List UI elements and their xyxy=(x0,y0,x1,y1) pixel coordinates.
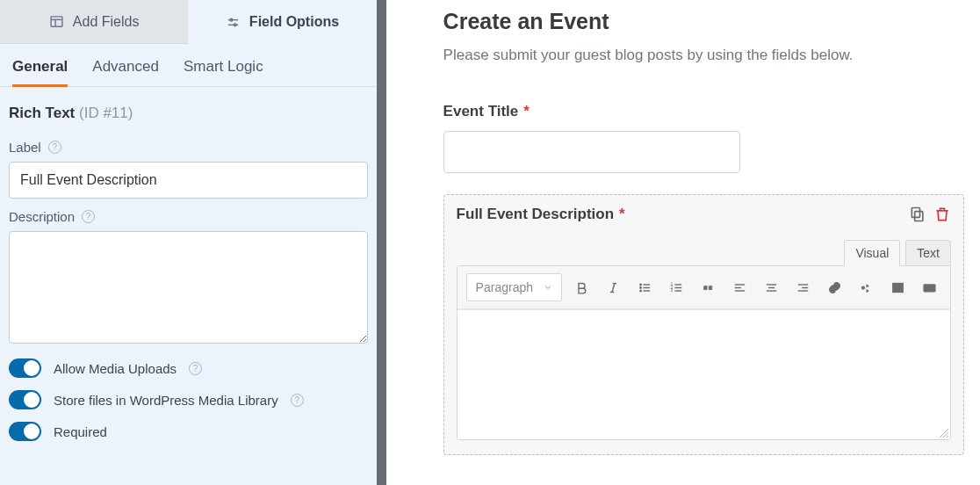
form-preview: Create an Event Please submit your guest… xyxy=(443,0,980,485)
align-center-icon[interactable] xyxy=(759,275,783,300)
rich-text-header: Full Event Description * xyxy=(457,206,951,223)
align-left-icon[interactable] xyxy=(727,275,752,300)
rich-text-field[interactable]: Full Event Description * Visual Text xyxy=(443,194,964,455)
page-title: Create an Event xyxy=(443,9,964,34)
toggle-store-files-row: Store files in WordPress Media Library ? xyxy=(0,378,377,409)
paragraph-dropdown[interactable]: Paragraph xyxy=(466,273,562,301)
event-title-label: Event Title xyxy=(443,103,519,120)
sidebar-main-tabs: Add Fields Field Options xyxy=(0,0,377,44)
link-icon[interactable] xyxy=(822,275,847,300)
toggle-store-files[interactable] xyxy=(9,390,41,409)
help-icon[interactable]: ? xyxy=(82,210,95,223)
ol-icon[interactable]: 123 xyxy=(664,275,688,300)
editor-tab-visual[interactable]: Visual xyxy=(844,240,900,266)
quote-icon[interactable] xyxy=(695,275,720,300)
page-icon[interactable] xyxy=(885,275,910,300)
editor-box: Paragraph 123 xyxy=(457,265,951,440)
layout-icon xyxy=(49,14,64,29)
event-title-label-row: Event Title * xyxy=(443,103,964,120)
field-type-label: Rich Text xyxy=(9,105,75,121)
ul-icon[interactable] xyxy=(632,275,657,300)
required-asterisk: * xyxy=(523,103,530,120)
field-title-row: Rich Text (ID #11) xyxy=(0,87,377,129)
toggle-required-label: Required xyxy=(54,424,107,439)
subtab-advanced[interactable]: Advanced xyxy=(92,58,159,87)
subtab-smart-logic[interactable]: Smart Logic xyxy=(184,58,263,87)
svg-rect-8 xyxy=(912,208,919,218)
subtab-general[interactable]: General xyxy=(12,58,68,87)
italic-icon[interactable] xyxy=(601,275,625,300)
chevron-down-icon xyxy=(544,283,552,292)
svg-point-14 xyxy=(639,286,640,287)
svg-point-33 xyxy=(861,286,864,289)
sidebar-subtabs: General Advanced Smart Logic xyxy=(0,44,377,87)
label-input[interactable] xyxy=(9,162,368,199)
toggle-allow-media[interactable] xyxy=(9,358,41,378)
panel-divider[interactable] xyxy=(377,0,387,485)
editor-tabs: Visual Text xyxy=(457,239,951,265)
bold-icon[interactable] xyxy=(569,275,594,300)
label-label-row: Label ? xyxy=(9,140,368,155)
toggle-required[interactable] xyxy=(9,422,41,441)
svg-rect-0 xyxy=(51,17,62,26)
rich-text-label: Full Event Description xyxy=(457,206,614,223)
description-label-row: Description ? xyxy=(9,209,368,224)
label-text: Label xyxy=(9,140,41,155)
sidebar: Add Fields Field Options General Advance… xyxy=(0,0,377,485)
event-title-field: Event Title * xyxy=(443,103,964,173)
svg-point-12 xyxy=(639,284,640,285)
help-icon[interactable]: ? xyxy=(189,362,202,375)
description-text: Description xyxy=(9,209,75,224)
toggle-store-files-label: Store files in WordPress Media Library xyxy=(54,393,278,408)
rich-text-label-row: Full Event Description * xyxy=(457,206,625,223)
paragraph-dropdown-label: Paragraph xyxy=(476,280,533,294)
toggle-knob xyxy=(24,392,40,408)
label-section: Label ? xyxy=(0,129,377,199)
event-title-input[interactable] xyxy=(443,131,740,173)
tab-add-fields[interactable]: Add Fields xyxy=(0,0,188,44)
tab-add-fields-label: Add Fields xyxy=(73,14,140,30)
toggle-allow-media-label: Allow Media Uploads xyxy=(54,361,177,376)
resize-handle-icon[interactable] xyxy=(938,427,948,438)
keyboard-icon[interactable] xyxy=(917,275,941,300)
trash-icon[interactable] xyxy=(933,206,951,223)
description-input[interactable] xyxy=(9,231,368,344)
svg-text:3: 3 xyxy=(670,288,673,293)
editor-toolbar: Paragraph 123 xyxy=(458,266,950,309)
toggle-required-row: Required xyxy=(0,409,377,441)
svg-rect-7 xyxy=(915,212,923,221)
duplicate-icon[interactable] xyxy=(909,206,926,223)
gap xyxy=(386,0,443,485)
toggle-allow-media-row: Allow Media Uploads ? xyxy=(0,346,377,378)
toggle-knob xyxy=(24,360,40,376)
rich-text-actions xyxy=(909,206,951,223)
svg-rect-37 xyxy=(924,284,935,291)
required-asterisk: * xyxy=(619,206,625,223)
sliders-icon xyxy=(226,15,241,30)
help-icon[interactable]: ? xyxy=(291,394,304,407)
tab-field-options-label: Field Options xyxy=(249,14,339,30)
editor-tab-text[interactable]: Text xyxy=(905,240,951,266)
description-section: Description ? xyxy=(0,199,377,346)
editor-body[interactable] xyxy=(458,309,950,439)
toggle-knob xyxy=(24,423,40,439)
app-root: Add Fields Field Options General Advance… xyxy=(0,0,980,485)
field-id-label: (ID #11) xyxy=(79,105,133,121)
page-subtitle: Please submit your guest blog posts by u… xyxy=(443,47,964,64)
tab-field-options[interactable]: Field Options xyxy=(188,0,376,44)
svg-line-11 xyxy=(612,283,615,292)
svg-point-16 xyxy=(639,290,640,291)
align-right-icon[interactable] xyxy=(790,275,815,300)
help-icon[interactable]: ? xyxy=(48,141,61,154)
media-icon[interactable] xyxy=(854,275,878,300)
